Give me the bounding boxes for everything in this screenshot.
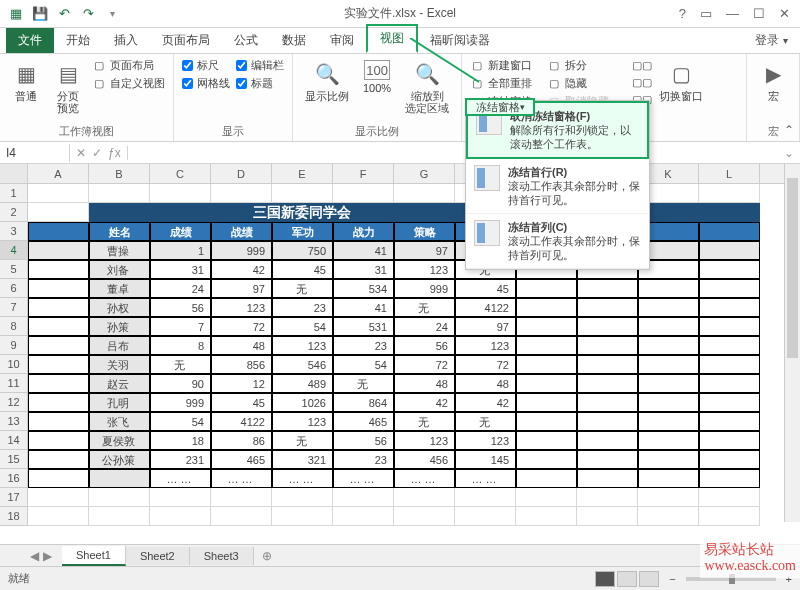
- cell[interactable]: 86: [211, 431, 272, 450]
- cell[interactable]: [638, 431, 699, 450]
- cell[interactable]: 56: [394, 336, 455, 355]
- cell[interactable]: [516, 336, 577, 355]
- cell[interactable]: [333, 507, 394, 526]
- cell[interactable]: [333, 488, 394, 507]
- split-button[interactable]: ▢拆分: [547, 58, 609, 73]
- cell[interactable]: [699, 450, 760, 469]
- spreadsheet-grid[interactable]: ABCDEFGHIJKL 12三国新委同学会3姓名成绩战绩军功战力策略谋略4曹操…: [0, 164, 800, 544]
- cell[interactable]: 45: [272, 260, 333, 279]
- cell[interactable]: 999: [150, 393, 211, 412]
- cell[interactable]: [638, 355, 699, 374]
- cell[interactable]: [699, 317, 760, 336]
- tab-file[interactable]: 文件: [6, 28, 54, 53]
- cell[interactable]: 4122: [211, 412, 272, 431]
- cell[interactable]: [699, 374, 760, 393]
- login-link[interactable]: 登录▾: [743, 28, 800, 53]
- cell[interactable]: 张飞: [89, 412, 150, 431]
- tab-insert[interactable]: 插入: [102, 28, 150, 53]
- tab-home[interactable]: 开始: [54, 28, 102, 53]
- cell[interactable]: 8: [150, 336, 211, 355]
- cell[interactable]: 23: [272, 298, 333, 317]
- freeze-panes-split[interactable]: 冻结窗格 ▾: [465, 98, 535, 116]
- col-header[interactable]: E: [272, 164, 333, 183]
- cell[interactable]: [638, 412, 699, 431]
- cell[interactable]: [699, 355, 760, 374]
- cell[interactable]: 31: [150, 260, 211, 279]
- cell[interactable]: [699, 279, 760, 298]
- cell[interactable]: 90: [150, 374, 211, 393]
- cell[interactable]: [28, 355, 89, 374]
- cell[interactable]: 56: [150, 298, 211, 317]
- new-window-button[interactable]: ▢新建窗口: [470, 58, 541, 73]
- cell[interactable]: [577, 393, 638, 412]
- cell[interactable]: [699, 336, 760, 355]
- cell[interactable]: 54: [333, 355, 394, 374]
- arrange-all-button[interactable]: ▢全部重排: [470, 76, 541, 91]
- row-header[interactable]: 4: [0, 241, 28, 260]
- cell[interactable]: … …: [211, 469, 272, 488]
- cell[interactable]: 刘备: [89, 260, 150, 279]
- cell[interactable]: [699, 412, 760, 431]
- cell[interactable]: 无: [150, 355, 211, 374]
- tab-foxit[interactable]: 福昕阅读器: [418, 28, 502, 53]
- cell[interactable]: 750: [272, 241, 333, 260]
- cell[interactable]: 97: [394, 241, 455, 260]
- cell[interactable]: 无: [272, 279, 333, 298]
- cell[interactable]: [516, 279, 577, 298]
- sheet-prev-icon[interactable]: ◀: [30, 549, 39, 563]
- cell[interactable]: [577, 279, 638, 298]
- cell[interactable]: [699, 241, 760, 260]
- cell[interactable]: 董卓: [89, 279, 150, 298]
- sheet-tab-3[interactable]: Sheet3: [190, 547, 254, 565]
- cell[interactable]: 无: [394, 298, 455, 317]
- cell[interactable]: [577, 450, 638, 469]
- freeze-first-col-item[interactable]: 冻结首列(C)滚动工作表其余部分时，保持首列可见。: [466, 214, 649, 269]
- custom-views-button[interactable]: ▢自定义视图: [92, 76, 165, 91]
- cell[interactable]: 999: [394, 279, 455, 298]
- switch-windows-button[interactable]: ▢切换窗口: [655, 58, 707, 104]
- cell[interactable]: [577, 355, 638, 374]
- cell[interactable]: [516, 298, 577, 317]
- cell[interactable]: [638, 488, 699, 507]
- vertical-scrollbar[interactable]: [784, 164, 800, 522]
- minimize-icon[interactable]: —: [726, 6, 739, 21]
- cell[interactable]: 123: [394, 260, 455, 279]
- gridlines-checkbox[interactable]: 网格线: [182, 76, 230, 91]
- cell[interactable]: 18: [150, 431, 211, 450]
- cell[interactable]: 三国新委同学会: [89, 203, 516, 222]
- normal-view-button[interactable]: ▦普通: [8, 58, 44, 104]
- cell[interactable]: 24: [150, 279, 211, 298]
- cell[interactable]: 97: [211, 279, 272, 298]
- row-header[interactable]: 15: [0, 450, 28, 469]
- cell[interactable]: [28, 222, 89, 241]
- cell[interactable]: [211, 507, 272, 526]
- cell[interactable]: 97: [455, 317, 516, 336]
- cell[interactable]: 465: [211, 450, 272, 469]
- cancel-formula-icon[interactable]: ✕: [76, 146, 86, 160]
- cell[interactable]: 公孙策: [89, 450, 150, 469]
- cell[interactable]: [577, 374, 638, 393]
- cell[interactable]: 无: [455, 412, 516, 431]
- cell[interactable]: 战力: [333, 222, 394, 241]
- cell[interactable]: 534: [333, 279, 394, 298]
- cell[interactable]: [638, 507, 699, 526]
- tab-view[interactable]: 视图: [366, 24, 418, 53]
- cell[interactable]: 999: [211, 241, 272, 260]
- cell[interactable]: [394, 507, 455, 526]
- cell[interactable]: [28, 317, 89, 336]
- cell[interactable]: 321: [272, 450, 333, 469]
- cell[interactable]: [577, 317, 638, 336]
- redo-icon[interactable]: ↷: [80, 6, 96, 22]
- cell[interactable]: 无: [333, 374, 394, 393]
- cell[interactable]: [577, 412, 638, 431]
- cell[interactable]: 48: [455, 374, 516, 393]
- cell[interactable]: [28, 450, 89, 469]
- row-header[interactable]: 1: [0, 184, 28, 203]
- cell[interactable]: [699, 298, 760, 317]
- formulabar-checkbox[interactable]: 编辑栏: [236, 58, 284, 73]
- cell[interactable]: [28, 469, 89, 488]
- maximize-icon[interactable]: ☐: [753, 6, 765, 21]
- cell[interactable]: [28, 431, 89, 450]
- cell[interactable]: 45: [455, 279, 516, 298]
- cell[interactable]: [699, 393, 760, 412]
